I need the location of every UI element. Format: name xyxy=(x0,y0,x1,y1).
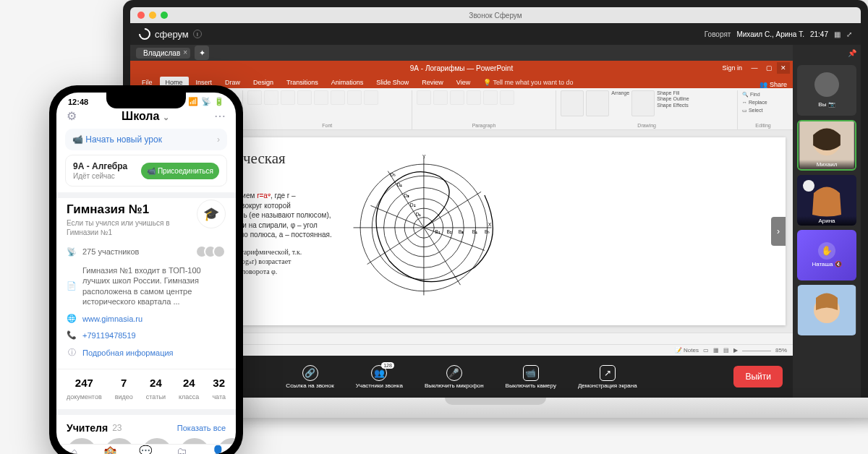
sign-in-link[interactable]: Sign in xyxy=(722,64,742,72)
tab-files[interactable]: 🗂Файлы xyxy=(164,445,200,454)
win-minimize-icon[interactable]: — xyxy=(748,62,761,74)
mac-titlebar: Звонок Сферум xyxy=(130,7,861,23)
tell-me[interactable]: 💡 Tell me what you want to do xyxy=(477,77,579,88)
info-icon: ⓘ xyxy=(67,347,77,358)
avatar xyxy=(814,72,839,97)
globe-icon: 🌐 xyxy=(67,314,77,323)
pin-icon[interactable]: 📌 xyxy=(848,49,856,61)
close-icon[interactable] xyxy=(137,12,145,19)
view-reading-icon[interactable]: ▤ xyxy=(723,347,729,354)
quick-styles-button[interactable] xyxy=(631,90,655,116)
participants-button[interactable]: 👥 128 Участники звонка xyxy=(356,365,403,389)
clock: 21:47 xyxy=(810,30,828,38)
phone-time: 12:48 xyxy=(68,98,88,106)
show-all-link[interactable]: Показать все xyxy=(177,424,226,432)
stats-row: 247документов 7видео 24статьи 24класса 3… xyxy=(56,369,236,415)
phone-header: ⚙ Школа ⌄ ⋯ xyxy=(56,106,236,129)
zoom-level[interactable]: 85% xyxy=(775,347,787,354)
gear-icon[interactable]: ⚙ xyxy=(67,109,77,123)
website-row[interactable]: 🌐 www.gimnasia.ru xyxy=(67,310,226,327)
next-slide-icon[interactable]: › xyxy=(771,217,786,246)
slide-canvas[interactable]: Логарифмическая спираль описывается урав… xyxy=(152,137,786,325)
notes-toggle[interactable]: 📝 Notes xyxy=(675,347,699,354)
tab-profile[interactable]: 👤Профиль xyxy=(200,445,236,454)
svg-text:B₃: B₃ xyxy=(459,229,464,234)
win-close-icon[interactable]: ✕ xyxy=(777,62,790,74)
svg-text:D₃: D₃ xyxy=(404,193,409,198)
tab-home[interactable]: ⌂Главная xyxy=(56,445,93,454)
share-screen-button[interactable]: ↗ Демонстрация экрана xyxy=(578,365,637,389)
view-normal-icon[interactable]: ▭ xyxy=(703,347,709,354)
group-paragraph: Paragraph xyxy=(417,121,552,129)
phone-screen: 12:48 📶📡🔋 ⚙ Школа ⌄ ⋯ 📹 Начать новый уро… xyxy=(56,93,236,454)
participant-self[interactable]: Вы 📷 xyxy=(797,65,856,116)
svg-text:D₁: D₁ xyxy=(415,212,421,217)
mic-button[interactable]: 🎤 Выключить микрофон xyxy=(425,365,484,389)
tab-design[interactable]: Design xyxy=(247,77,279,88)
chat-icon: 💬 xyxy=(139,445,153,454)
grid-icon[interactable]: ▦ xyxy=(834,30,841,38)
participant-tile[interactable]: Арина xyxy=(797,175,856,226)
info-icon[interactable]: i xyxy=(193,30,202,38)
svg-text:B₅: B₅ xyxy=(485,229,490,234)
teachers-header: Учителя 23 Показать все xyxy=(56,415,236,438)
stat-documents[interactable]: 247документов xyxy=(67,377,102,402)
tab-review[interactable]: Review xyxy=(416,77,449,88)
speaking-label: Говорят xyxy=(705,30,731,38)
participant-tile[interactable]: Михаил xyxy=(797,120,856,171)
window-title: Звонок Сферум xyxy=(469,12,522,20)
phone-device: 12:48 📶📡🔋 ⚙ Школа ⌄ ⋯ 📹 Начать новый уро… xyxy=(49,85,243,454)
stat-classes[interactable]: 24класса xyxy=(179,377,199,402)
more-info-row[interactable]: ⓘ Подробная информация xyxy=(67,343,226,361)
svg-text:D₅: D₅ xyxy=(390,172,396,177)
stat-videos[interactable]: 7видео xyxy=(115,377,133,402)
arrange-button[interactable] xyxy=(586,90,609,116)
shapes-gallery[interactable] xyxy=(561,90,584,116)
tab-transitions[interactable]: Transitions xyxy=(281,77,324,88)
call-link-button[interactable]: 🔗 Ссылка на звонок xyxy=(286,365,333,389)
traffic-lights[interactable] xyxy=(137,12,168,19)
svg-text:B₂: B₂ xyxy=(446,229,451,234)
share-button[interactable]: 👥 Share xyxy=(760,81,787,88)
participants-panel: 📌 Вы 📷 Михаил Арина ✋ Наташа 🔇 xyxy=(793,45,861,398)
ppt-doc-title: 9А - Логарифмы — PowerPoint xyxy=(410,64,513,72)
camera-button[interactable]: 📹 Выключить камеру xyxy=(506,365,556,389)
teachers-list[interactable]: Дмитрий Виктория Марина Пётр Ольга xyxy=(56,438,236,444)
exit-button[interactable]: Выйти xyxy=(733,366,783,387)
stat-articles[interactable]: 24статьи xyxy=(146,377,166,402)
participant-tile[interactable] xyxy=(797,285,856,335)
join-button[interactable]: 📹Присоединиться xyxy=(141,163,219,179)
magic-wand-icon[interactable]: ✦ xyxy=(195,46,209,60)
start-lesson-button[interactable]: 📹 Начать новый урок › xyxy=(65,129,227,150)
home-icon: ⌂ xyxy=(71,445,77,454)
ppt-titlebar: 9А - Логарифмы — PowerPoint Sign in — ▢ … xyxy=(130,61,793,75)
speaking-names: Михаил С., Арина Т. xyxy=(736,30,804,38)
svg-text:B₁: B₁ xyxy=(435,229,440,234)
participant-hand-raised[interactable]: ✋ Наташа 🔇 xyxy=(797,230,856,280)
stat-chats[interactable]: 32чата xyxy=(212,377,226,402)
group-font: Font xyxy=(247,121,407,129)
participants-row[interactable]: 📡 275 участников xyxy=(67,241,226,262)
brand: сферум i xyxy=(139,28,202,40)
view-sorter-icon[interactable]: ▦ xyxy=(713,347,719,354)
hand-icon: ✋ xyxy=(818,242,835,260)
screen-share-icon: ↗ xyxy=(600,365,616,381)
tab-messages[interactable]: 💬Сообщения xyxy=(128,445,164,454)
phone-row[interactable]: 📞 +79119478519 xyxy=(67,327,226,343)
tab-view[interactable]: View xyxy=(451,77,476,88)
fullscreen-icon[interactable]: ⤢ xyxy=(846,30,852,38)
maximize-icon[interactable] xyxy=(161,12,168,19)
win-restore-icon[interactable]: ▢ xyxy=(762,62,775,74)
tab-school[interactable]: 🏫Школа xyxy=(93,445,129,454)
minimize-icon[interactable] xyxy=(149,12,156,19)
tab-slideshow[interactable]: Slide Show xyxy=(370,77,414,88)
presenter-tab[interactable]: Владислав xyxy=(136,48,190,59)
svg-text:B₄: B₄ xyxy=(472,229,477,234)
camera-icon: 📹 xyxy=(523,365,539,381)
chevron-right-icon: › xyxy=(217,134,220,145)
view-slideshow-icon[interactable]: ▶ xyxy=(733,347,738,354)
tab-animations[interactable]: Animations xyxy=(326,77,370,88)
more-icon[interactable]: ⋯ xyxy=(214,109,226,123)
active-lesson-card: 9А - АлгебраИдёт сейчас 📹Присоединиться xyxy=(65,155,227,187)
phone-notch xyxy=(106,93,186,108)
